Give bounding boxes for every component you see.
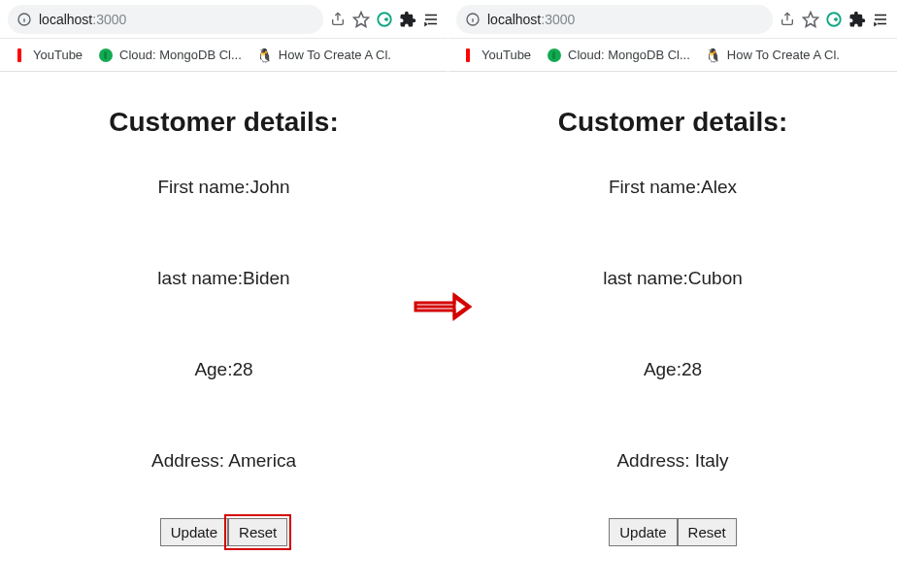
right-browser-pane: localhost:3000 YouTube [448,0,897,588]
url-input[interactable]: localhost:3000 [8,5,323,34]
last-name-field: last name:Cubon [458,268,887,289]
page-title: Customer details: [10,107,438,138]
extensions-icon[interactable] [399,11,416,28]
tutorial-icon: 🐧 [706,48,721,63]
button-row: Update Reset [10,518,438,546]
url-input[interactable]: localhost:3000 [456,5,773,34]
youtube-icon [12,48,27,63]
reading-list-icon[interactable] [422,11,440,28]
age-field: Age:28 [10,359,438,380]
reading-list-icon[interactable] [872,11,889,28]
reset-button[interactable]: Reset [228,518,287,546]
bookmark-label: How To Create A Cl. [279,48,391,62]
page-content: Customer details: First name:Alex last n… [448,72,897,566]
bookmark-mongodb[interactable]: Cloud: MongoDB Cl... [92,44,248,67]
address-bar: localhost:3000 [0,0,448,39]
url-host: localhost:3000 [487,12,575,27]
grammarly-icon[interactable] [825,11,843,28]
extensions-icon[interactable] [848,11,866,28]
update-button[interactable]: Update [609,518,677,546]
address-field: Address: Italy [458,450,887,472]
bookmark-mongodb[interactable]: Cloud: MongoDB Cl... [541,44,696,67]
page-content: Customer details: First name:John last n… [0,72,448,566]
bookmark-label: Cloud: MongoDB Cl... [119,48,242,62]
bookmark-label: YouTube [33,48,83,62]
bookmarks-bar: YouTube Cloud: MongoDB Cl... 🐧 How To Cr… [448,39,897,72]
bookmarks-bar: YouTube Cloud: MongoDB Cl... 🐧 How To Cr… [0,39,448,72]
site-info-icon[interactable] [464,11,482,28]
grammarly-icon[interactable] [376,11,393,28]
page-title: Customer details: [458,107,887,138]
mongodb-icon [98,48,114,63]
share-icon[interactable] [779,11,796,28]
share-icon[interactable] [329,11,347,28]
svg-marker-13 [804,12,818,26]
reset-button[interactable]: Reset [678,518,737,546]
bookmark-label: YouTube [482,48,531,62]
mongodb-icon [547,48,562,63]
tutorial-icon: 🐧 [257,48,273,63]
address-bar: localhost:3000 [448,0,897,39]
bookmark-tutorial[interactable]: 🐧 How To Create A Cl. [251,44,397,67]
bookmark-label: How To Create A Cl. [727,48,840,62]
left-browser-pane: localhost:3000 YouTube [0,0,448,588]
bookmark-tutorial[interactable]: 🐧 How To Create A Cl. [700,44,846,67]
button-row: Update Reset [458,518,887,546]
last-name-field: last name:Biden [10,268,438,289]
star-icon[interactable] [802,11,819,28]
star-icon[interactable] [352,11,370,28]
youtube-icon [460,48,476,63]
age-field: Age:28 [458,359,887,380]
bookmark-youtube[interactable]: YouTube [6,44,88,67]
svg-marker-4 [354,12,369,26]
update-button[interactable]: Update [160,518,228,546]
site-info-icon[interactable] [16,11,33,28]
address-field: Address: America [10,450,438,472]
url-host: localhost:3000 [39,12,126,27]
bookmark-youtube[interactable]: YouTube [454,44,537,67]
bookmark-label: Cloud: MongoDB Cl... [568,48,690,62]
first-name-field: First name:John [10,177,438,198]
first-name-field: First name:Alex [458,177,887,198]
